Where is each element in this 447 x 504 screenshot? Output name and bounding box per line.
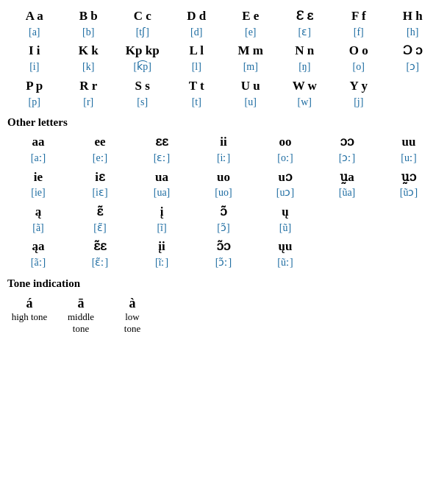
alphabet-table: A a[a]B b[b]C c[tʃ]D d[d]E e[e]Ɛ ɛ[ɛ]F f… — [7, 6, 440, 110]
alphabet-cell: I i[i] — [7, 40, 62, 75]
other-letter-ipa: [uo] — [196, 185, 251, 200]
letter-ipa: [e] — [226, 25, 275, 40]
alphabet-cell: P p[p] — [7, 76, 62, 110]
other-letter-ipa: [ã] — [10, 221, 66, 235]
tone-cell: āmiddletone — [59, 294, 110, 336]
letter-ipa: [w] — [281, 95, 329, 110]
other-letter-ipa: [ĩ] — [134, 221, 190, 235]
letter-ipa: [f] — [335, 25, 383, 40]
other-letter-main: įi — [134, 238, 190, 255]
other-letter-main: ṵɔ — [381, 168, 437, 186]
other-letter-ipa: [ĩː] — [134, 255, 190, 270]
alphabet-cell: W w[w] — [278, 76, 332, 110]
letter-main: M m — [226, 42, 275, 60]
other-letter-ipa: [iɛ] — [72, 185, 128, 200]
other-cell: į[ĩ] — [131, 202, 193, 236]
letter-ipa: [p] — [10, 95, 59, 110]
other-letter-ipa: [uɔ] — [257, 185, 313, 200]
tone-section: Tone indication áhigh toneāmiddletoneàlo… — [7, 277, 440, 336]
tone-label: high tone — [7, 311, 51, 323]
letter-main: N n — [281, 42, 329, 60]
other-letter-ipa: [ɛ̃ː] — [72, 255, 128, 270]
letter-ipa: [i] — [10, 60, 59, 74]
other-letter-main: ɛ̃ — [72, 203, 128, 221]
other-letter-ipa: [iː] — [196, 151, 251, 166]
other-letter-ipa: [aː] — [10, 151, 66, 166]
alphabet-cell: N n[ŋ] — [278, 40, 332, 75]
letter-main: Ɔ ɔ — [389, 42, 437, 60]
alphabet-cell: D d[d] — [170, 6, 224, 40]
letter-ipa: [s] — [118, 95, 167, 110]
other-letter-ipa: [uː] — [381, 151, 437, 166]
tone-cell: àlowtone — [110, 294, 162, 336]
other-letter-ipa: [eː] — [72, 151, 128, 166]
letter-main: P p — [10, 77, 59, 95]
alphabet-cell: M m[m] — [224, 40, 278, 75]
alphabet-cell: Ɛ ɛ[ɛ] — [278, 6, 332, 40]
alphabet-cell: B b[b] — [62, 6, 116, 40]
other-letter-main: ua — [134, 168, 190, 186]
other-letter-ipa: [ũː] — [257, 255, 313, 270]
tone-table: áhigh toneāmiddletoneàlowtone — [7, 294, 162, 336]
alphabet-cell: O o[o] — [332, 40, 386, 75]
other-letter-main: ṵa — [319, 168, 375, 186]
alphabet-cell: L l[l] — [170, 40, 224, 75]
other-cell: ɛɛ[ɛː] — [131, 132, 193, 166]
other-cell: ie[ie] — [7, 167, 69, 202]
letter-main: K k — [65, 42, 113, 60]
other-letter-ipa: [ũ] — [257, 221, 313, 235]
tone-letter: á — [7, 296, 51, 311]
other-letter-main: aa — [10, 133, 66, 151]
alphabet-cell: U u[u] — [224, 76, 278, 110]
letter-main: F f — [335, 7, 383, 25]
other-cell: ɔɔ[ɔː] — [316, 132, 378, 166]
other-cell — [378, 236, 440, 271]
letter-ipa: [tʃ] — [118, 25, 167, 40]
other-cell: uu[uː] — [378, 132, 440, 166]
letter-main: W w — [281, 77, 329, 95]
letter-ipa: [a] — [10, 25, 59, 40]
other-cell — [316, 236, 378, 271]
letter-ipa: [o] — [335, 60, 383, 74]
letter-main: Kp kp — [118, 42, 167, 60]
other-letter-ipa: [ãː] — [10, 255, 66, 270]
letter-main: H h — [389, 7, 437, 25]
other-cell — [316, 202, 378, 236]
other-letters-header: Other letters — [7, 116, 440, 129]
alphabet-cell: K k[k] — [62, 40, 116, 75]
other-letter-main: ɔ̃ — [196, 203, 251, 221]
other-letters-table: aa[aː]ee[eː]ɛɛ[ɛː]ii[iː]oo[oː]ɔɔ[ɔː]uu[u… — [7, 132, 440, 271]
tone-cell: áhigh tone — [7, 294, 59, 336]
other-letter-main: ąa — [10, 238, 66, 255]
other-letter-main: oo — [257, 133, 313, 151]
alphabet-cell: H h[h] — [386, 6, 440, 40]
letter-main: E e — [226, 7, 275, 25]
other-cell: ɛ̃ɛ[ɛ̃ː] — [69, 236, 131, 271]
tone-letter: ā — [59, 296, 103, 311]
other-cell: ųu[ũː] — [254, 236, 316, 271]
letter-main: B b — [65, 7, 113, 25]
other-letter-main: ie — [10, 168, 66, 186]
letter-main: O o — [335, 42, 383, 60]
letter-ipa: [t] — [173, 95, 221, 110]
other-cell: uo[uo] — [193, 167, 254, 202]
other-letter-ipa: [ua] — [134, 185, 190, 200]
alphabet-cell: Y y[j] — [332, 76, 386, 110]
other-letter-main: uu — [381, 133, 437, 151]
other-cell: aa[aː] — [7, 132, 69, 166]
other-cell: ṵɔ[ũɔ] — [378, 167, 440, 202]
other-cell: uɔ[uɔ] — [254, 167, 316, 202]
other-letter-main: ɔ̃ɔ — [196, 238, 251, 255]
other-letter-main: ųu — [257, 238, 313, 255]
tone-letter: à — [110, 296, 154, 311]
letter-ipa: [r] — [65, 95, 113, 110]
letter-main: D d — [173, 7, 221, 25]
letter-ipa: [m] — [226, 60, 275, 74]
alphabet-cell: Ɔ ɔ[ɔ] — [386, 40, 440, 75]
tone-label: lowtone — [110, 311, 154, 335]
other-letter-main: uo — [196, 168, 251, 186]
alphabet-cell: Kp kp[k͡p] — [115, 40, 170, 75]
letter-main: S s — [118, 77, 167, 95]
other-cell — [378, 202, 440, 236]
alphabet-cell: T t[t] — [170, 76, 224, 110]
